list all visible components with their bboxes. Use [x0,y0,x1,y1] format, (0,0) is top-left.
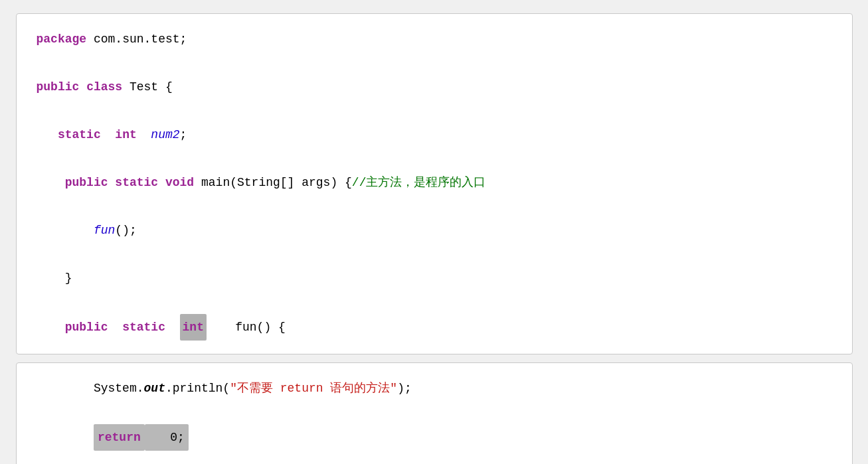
line-class: public class Test { [37,75,832,99]
line-blank5 [37,242,832,266]
keyword-static2: static [115,171,158,194]
line-blank3 [37,147,832,171]
string-println: "不需要 return 语句的方法" [230,376,397,400]
line-blank2 [37,99,832,123]
line-close-main: } [37,266,832,290]
line-return: return 0; [37,424,832,451]
line-blank6 [37,290,832,314]
keyword-public: public [37,75,80,99]
line-println: System.out.println("不需要 return 语句的方法"); [37,376,832,400]
line-static-num2: static int num2; [37,123,832,147]
line-blank-b2 [37,451,832,464]
keyword-public3: public [65,315,108,339]
line-fun-call: fun(); [37,218,832,242]
field-out: out [144,376,165,400]
keyword-static3: static [122,315,165,339]
keyword-int-1: int [115,123,136,147]
comment-main: //主方法，是程序的入口 [352,171,486,194]
line-package: package com.sun.test; [37,27,832,51]
line-blank1 [37,51,832,75]
line-public-static-int: public static int fun() { [37,314,832,341]
keyword-return-highlighted: return [94,424,145,451]
code-block-1: package com.sun.test; public class Test … [16,13,853,354]
keyword-int-highlighted: int [180,314,207,341]
keyword-static: static [58,123,101,147]
code-block-2: System.out.println("不需要 return 语句的方法"); … [16,362,853,464]
line-blank-b1 [37,400,832,424]
keyword-package: package [37,27,87,51]
field-num2: num2 [151,123,179,147]
line-main: public static void main(String[] args) {… [37,171,832,194]
keyword-public2: public [65,171,108,194]
keyword-class: class [86,75,122,99]
keyword-void: void [165,171,194,194]
value-zero-highlighted: 0; [145,424,189,451]
line-blank4 [37,194,832,218]
method-fun-call: fun [94,218,115,242]
